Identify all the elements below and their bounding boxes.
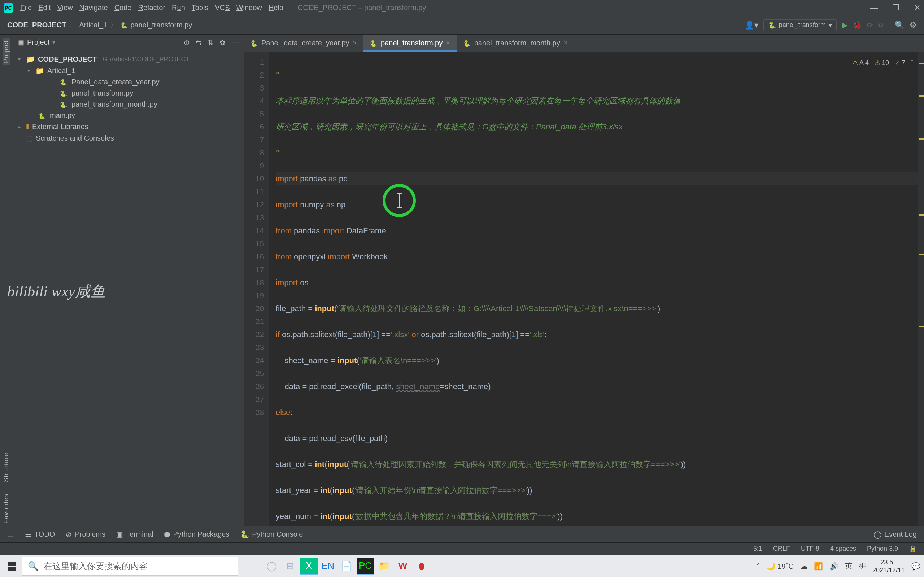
maximize-icon[interactable]: ❐: [892, 3, 900, 13]
run-button[interactable]: ▶: [842, 21, 848, 30]
tree-external-libs[interactable]: ▸⫴ External Libraries: [13, 121, 244, 132]
taskbar-pycharm[interactable]: PC: [357, 558, 374, 575]
chevron-icon[interactable]: ˇ: [911, 56, 913, 69]
start-button[interactable]: [3, 558, 20, 574]
taskbar-app[interactable]: EN: [319, 558, 336, 575]
tray-cloud-icon[interactable]: ☁: [800, 562, 808, 571]
python-interpreter[interactable]: Python 3.9: [867, 545, 898, 553]
problems-tool[interactable]: ⊘Problems: [66, 530, 105, 539]
tree-file[interactable]: Panel_data_create_year.py: [13, 76, 244, 88]
caret-position[interactable]: 5:1: [753, 545, 762, 553]
inspection-summary[interactable]: A 4 10 7 ˇ: [852, 56, 913, 69]
close-icon[interactable]: ×: [353, 39, 357, 47]
bottom-tool-bar: ▭ ☰TODO ⊘Problems ▣Terminal ⬢Python Pack…: [0, 526, 924, 542]
code-content[interactable]: ''' 本程序适用以年为单位的平衡面板数据的生成，平衡可以理解为每个研究因素在每…: [269, 52, 918, 526]
favorites-tool-button[interactable]: Favorites: [3, 492, 10, 526]
tree-file[interactable]: main.py: [13, 110, 244, 121]
breadcrumb-root[interactable]: CODE_PROJECT: [7, 21, 66, 29]
tree-folder[interactable]: ▾📁 Artical_1: [13, 65, 244, 76]
user-icon[interactable]: 👤▾: [745, 21, 758, 30]
hide-icon[interactable]: —: [231, 38, 239, 47]
close-icon[interactable]: ×: [564, 39, 568, 47]
file-encoding[interactable]: UTF-8: [801, 545, 819, 553]
python-console-tool[interactable]: 🐍Python Console: [240, 530, 303, 539]
folder-name: Artical_1: [47, 67, 76, 75]
project-label[interactable]: Project: [27, 38, 50, 47]
taskbar-app[interactable]: X: [300, 558, 318, 575]
tree-root[interactable]: ▾📁 CODE_PROJECT G:\Artical-1\CODE_PROJEC…: [13, 53, 244, 65]
menu-edit[interactable]: Edit: [38, 3, 50, 12]
tree-file[interactable]: panel_transform_month.py: [13, 99, 244, 110]
menu-code[interactable]: Code: [115, 3, 132, 12]
gear-icon[interactable]: ✿: [220, 38, 226, 47]
debug-button[interactable]: 🐞: [853, 21, 862, 29]
pycharm-logo-icon: PC: [3, 3, 13, 13]
editor: Panel_data_create_year.py× panel_transfo…: [244, 35, 924, 526]
collapse-icon[interactable]: ⇅: [208, 38, 214, 47]
event-log-tool[interactable]: ◯Event Log: [874, 530, 917, 539]
menu-window[interactable]: Window: [236, 3, 262, 12]
code-area[interactable]: A 4 10 7 ˇ 12345678910111213141516171819…: [244, 52, 924, 526]
search-everywhere-icon[interactable]: 🔍: [895, 21, 905, 30]
tray-chevron-icon[interactable]: ˄: [756, 562, 760, 571]
tray-wifi-icon[interactable]: 📶: [814, 562, 823, 571]
coverage-button[interactable]: ⟳: [867, 21, 873, 29]
indent-info[interactable]: 4 spaces: [830, 545, 856, 553]
menu-help[interactable]: Help: [268, 3, 283, 12]
taskbar-wps[interactable]: W: [394, 558, 412, 575]
python-packages-tool[interactable]: ⬢Python Packages: [164, 530, 229, 539]
tab-panel-transform[interactable]: panel_transform.py×: [363, 35, 457, 52]
menu-run[interactable]: Run: [172, 3, 185, 12]
titlebar: PC FFileile Edit View Navigate Code Refa…: [0, 0, 924, 16]
chevron-down-icon[interactable]: ▾: [52, 39, 55, 46]
main-menu: FFileile Edit View Navigate Code Refacto…: [20, 3, 283, 12]
ok-count: 7: [895, 56, 905, 69]
close-icon[interactable]: ×: [446, 39, 450, 47]
tree-file[interactable]: panel_transform.py: [13, 88, 244, 99]
close-icon[interactable]: ✕: [914, 3, 921, 13]
settings-icon[interactable]: ⚙: [909, 21, 917, 30]
breadcrumb-file[interactable]: panel_transform.py: [130, 21, 192, 29]
run-config-selector[interactable]: 🐍 panel_transform ▾: [763, 19, 837, 31]
taskbar-explorer[interactable]: 📁: [375, 558, 393, 575]
tray-ime[interactable]: 英: [845, 561, 852, 571]
task-view-icon[interactable]: ◯: [263, 558, 280, 575]
tray-ime2[interactable]: 拼: [859, 561, 866, 571]
tab-panel-transform-month[interactable]: panel_transform_month.py×: [457, 35, 574, 52]
menu-vcs[interactable]: VCS: [215, 3, 230, 12]
lock-icon[interactable]: [909, 545, 917, 553]
cursor-highlight-icon: [383, 184, 416, 217]
weather-icon[interactable]: 🌙 19°C: [767, 562, 794, 571]
notification-icon[interactable]: 💬: [911, 562, 921, 571]
taskbar-clock[interactable]: 23:51 2021/12/11: [872, 558, 905, 574]
menu-view[interactable]: View: [57, 3, 73, 12]
console-icon: 🐍: [240, 530, 249, 539]
project-tool-button[interactable]: Project: [3, 38, 10, 65]
terminal-tool[interactable]: ▣Terminal: [116, 530, 153, 539]
taskbar-search[interactable]: 🔍 在这里输入你要搜索的内容: [22, 557, 238, 575]
taskbar-app[interactable]: ⬮: [413, 558, 430, 575]
cortana-icon[interactable]: ⊟: [281, 558, 299, 575]
target-icon[interactable]: ⊕: [184, 38, 190, 47]
menu-navigate[interactable]: Navigate: [79, 3, 108, 12]
tree-scratches[interactable]: ⬚ Scratches and Consoles: [13, 132, 244, 144]
windows-taskbar: 🔍 在这里输入你要搜索的内容 ◯ ⊟ X EN 📄 PC 📁 W ⬮ ˄ 🌙 1…: [0, 554, 924, 577]
packages-icon: ⬢: [164, 530, 170, 539]
line-gutter: 1234567891011121314151617181920212223242…: [244, 52, 269, 526]
watermark: bilibili wxy咸鱼: [7, 281, 105, 301]
profile-button[interactable]: ⧉: [878, 21, 883, 29]
line-separator[interactable]: CRLF: [773, 545, 790, 553]
error-stripe[interactable]: [918, 52, 924, 526]
menu-refactor[interactable]: Refactor: [138, 3, 165, 12]
menu-file[interactable]: FFileile: [20, 3, 32, 12]
minimize-icon[interactable]: —: [870, 3, 878, 13]
taskbar-app[interactable]: 📄: [338, 558, 355, 575]
breadcrumb-folder[interactable]: Artical_1: [79, 21, 107, 29]
todo-tool[interactable]: ☰TODO: [25, 530, 55, 539]
tab-panel-data-create-year[interactable]: Panel_data_create_year.py×: [244, 35, 363, 52]
bottom-toggle-icon[interactable]: ▭: [7, 530, 14, 539]
menu-tools[interactable]: Tools: [192, 3, 208, 12]
expand-icon[interactable]: ⇆: [195, 38, 202, 47]
structure-tool-button[interactable]: Structure: [3, 450, 10, 484]
tray-volume-icon[interactable]: 🔊: [829, 562, 838, 571]
